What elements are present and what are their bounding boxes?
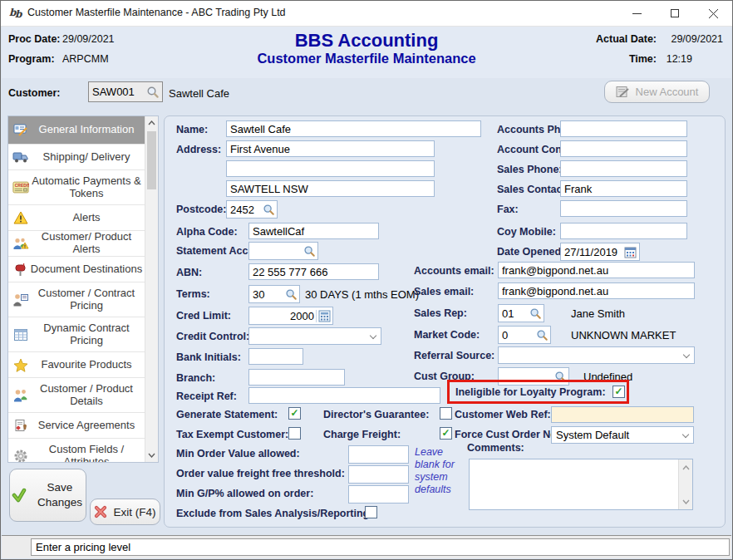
sidebar-item-favourite-products[interactable]: Favourite Products (8, 352, 145, 378)
calendar-icon[interactable] (624, 246, 639, 258)
scroll-up-icon[interactable] (145, 116, 158, 130)
actual-date-value: 29/09/2021 (671, 33, 723, 45)
charge-freight-label: Charge Freight: (323, 429, 401, 440)
maximize-button[interactable] (656, 1, 694, 26)
sales-rep-search-icon[interactable] (529, 307, 544, 320)
credit-control-label: Credit Control: (176, 331, 249, 342)
customer-web-ref-label: Customer Web Ref: (455, 409, 551, 420)
accounts-email-input[interactable] (498, 262, 695, 278)
cred-limit-field (248, 307, 333, 325)
exit-button[interactable]: Exit (F4) (90, 499, 160, 525)
tax-exempt-checkbox[interactable] (288, 427, 301, 440)
bank-initials-input[interactable] (248, 348, 303, 365)
ineligible-loyalty-checkbox[interactable] (612, 386, 625, 398)
customer-code-input[interactable] (89, 86, 146, 98)
comments-field (469, 459, 693, 510)
sidebar-item-general-information[interactable]: General Information (8, 116, 145, 145)
comments-scrollbar[interactable] (678, 459, 692, 509)
address-line3-input[interactable] (226, 180, 435, 197)
calculator-icon[interactable] (316, 310, 332, 322)
check-icon (12, 487, 30, 504)
bank-initials-label: Bank Initials: (176, 351, 241, 363)
directors-guarantee-checkbox[interactable] (440, 407, 452, 420)
cred-limit-input[interactable] (249, 310, 316, 322)
statement-acc-input[interactable] (249, 245, 303, 258)
name-input[interactable] (226, 120, 481, 137)
terms-input[interactable] (249, 288, 285, 301)
sidebar-item-document-destinations[interactable]: Document Destinations (8, 257, 145, 282)
sidebar-scrollbar[interactable] (145, 116, 158, 462)
save-changes-button[interactable]: Save Changes (9, 469, 86, 522)
customer-web-ref-input[interactable] (551, 406, 694, 423)
scroll-down-icon[interactable] (679, 495, 692, 508)
branch-input[interactable] (248, 369, 345, 386)
date-opened-input[interactable] (561, 246, 624, 258)
terms-label: Terms: (176, 288, 210, 300)
sidebar-item-automatic-payments[interactable]: CREDIT Automatic Payments & Tokens (8, 170, 145, 205)
sales-rep-input[interactable] (499, 307, 529, 320)
exit-label: Exit (F4) (113, 506, 155, 518)
market-code-input[interactable] (499, 329, 536, 341)
postcode-input[interactable] (227, 204, 263, 216)
min-gp-label: Min G/P% allowed on order: (176, 488, 313, 499)
tax-exempt-label: Tax Exempt Customer: (176, 429, 288, 440)
svg-text:CREDIT: CREDIT (15, 183, 29, 188)
account-cont-label: Account Cont: (497, 144, 568, 155)
time-value: 12:19 (667, 53, 692, 65)
market-code-lookup (498, 326, 551, 344)
exclude-sales-analysis-checkbox[interactable] (365, 506, 377, 518)
coy-mobile-input[interactable] (560, 223, 687, 239)
directors-guarantee-label: Director's Guarantee: (323, 409, 429, 420)
min-gp-input[interactable] (348, 485, 409, 504)
receipt-ref-input[interactable] (248, 387, 440, 404)
sidebar-item-customer-contract-pricing[interactable]: Customer / Contract Pricing (8, 282, 145, 317)
sidebar-item-service-agreements[interactable]: Service Agreements (8, 413, 145, 439)
sidebar-item-dynamic-contract-pricing[interactable]: Dynamic Contract Pricing (8, 317, 145, 352)
market-code-description: UNKNOWN MARKET (571, 329, 676, 341)
force-cust-order-select[interactable]: System Default (551, 426, 694, 444)
market-code-search-icon[interactable] (536, 329, 550, 341)
credit-control-select[interactable] (248, 327, 381, 345)
actual-date-label: Actual Date: (596, 33, 657, 45)
mailbox-icon (12, 261, 29, 278)
customer-search-icon[interactable] (146, 86, 162, 99)
alpha-code-input[interactable] (248, 223, 379, 239)
close-button[interactable] (694, 1, 732, 26)
window-title: Customer Masterfile Maintenance - ABC Tr… (27, 7, 286, 18)
scroll-down-icon[interactable] (145, 449, 158, 462)
fax-input[interactable] (560, 200, 687, 217)
account-cont-input[interactable] (560, 140, 687, 157)
sidebar-item-shipping-delivery[interactable]: Shipping/ Delivery (8, 145, 145, 170)
minimize-button[interactable] (617, 1, 656, 26)
freight-free-threshold-input[interactable] (348, 465, 409, 484)
generate-statement-checkbox[interactable] (288, 407, 301, 420)
abn-input[interactable] (248, 263, 379, 280)
min-order-value-input[interactable] (348, 445, 409, 464)
comments-textarea[interactable] (470, 459, 679, 509)
accounts-ph-input[interactable] (560, 120, 687, 137)
sidebar-item-custom-fields[interactable]: Custom Fields / Attributes (8, 439, 145, 463)
sales-contact-input[interactable] (560, 180, 687, 197)
customer-label: Customer: (8, 87, 61, 99)
sidebar-item-customer-product-details[interactable]: Customer / Product Details (8, 378, 145, 413)
date-opened-label: Date Opened: (497, 246, 564, 258)
scroll-up-icon[interactable] (679, 461, 692, 474)
referral-source-select[interactable] (498, 346, 695, 364)
charge-freight-checkbox[interactable] (440, 427, 452, 440)
generate-statement-label: Generate Statement: (176, 409, 278, 420)
new-account-button[interactable]: New Account (604, 81, 710, 103)
address-line2-input[interactable] (226, 160, 435, 177)
postcode-search-icon[interactable] (263, 204, 277, 216)
sidebar-item-customer-product-alerts[interactable]: Customer/ Product Alerts (8, 231, 145, 257)
force-cust-order-value: System Default (556, 429, 629, 441)
terms-search-icon[interactable] (285, 288, 299, 301)
statement-acc-search-icon[interactable] (303, 245, 317, 258)
scrollbar-thumb[interactable] (147, 131, 156, 189)
sales-rep-lookup (498, 304, 544, 322)
sales-phone-input[interactable] (560, 160, 687, 177)
postcode-lookup (226, 200, 278, 219)
customer-bar: Customer: Sawtell Cafe New Account (2, 78, 731, 113)
sidebar-item-alerts[interactable]: Alerts (8, 205, 145, 231)
address-line1-input[interactable] (226, 140, 435, 157)
sales-email-input[interactable] (498, 282, 695, 299)
